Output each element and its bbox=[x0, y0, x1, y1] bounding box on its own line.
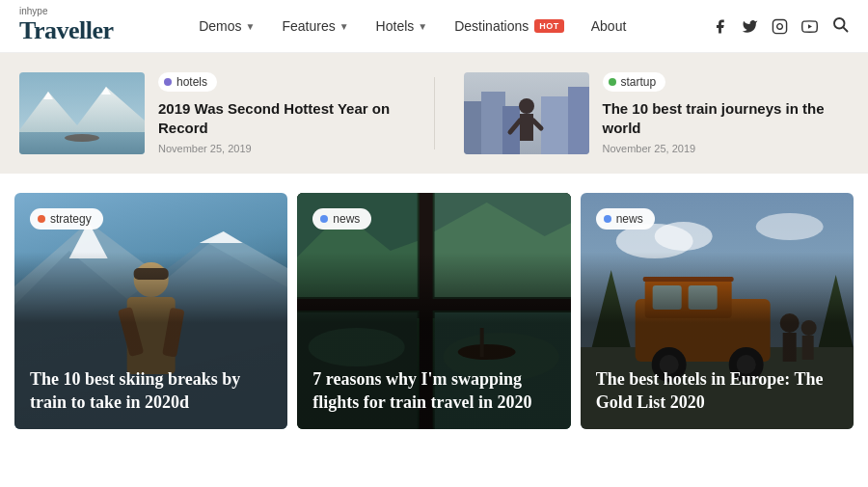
main-nav: Demos ▼ Features ▼ Hotels ▼ Destinations… bbox=[199, 18, 626, 34]
card-skiing[interactable]: strategy The 10 best skiing breaks by tr… bbox=[14, 193, 287, 429]
svg-rect-12 bbox=[464, 101, 483, 154]
nav-demos[interactable]: Demos ▼ bbox=[199, 18, 255, 34]
nav-hotels[interactable]: Hotels ▼ bbox=[376, 18, 428, 34]
nav-destinations[interactable]: Destinations HOT bbox=[454, 18, 564, 34]
instagram-icon[interactable] bbox=[772, 18, 788, 35]
featured-strip: hotels 2019 Was Second Hottest Year on R… bbox=[0, 53, 868, 174]
tag-dot bbox=[609, 78, 616, 86]
svg-rect-15 bbox=[541, 96, 570, 154]
featured-date-1: November 25, 2019 bbox=[158, 143, 405, 154]
facebook-icon[interactable] bbox=[712, 18, 728, 35]
card-content-train: 7 reasons why I'm swapping flights for t… bbox=[297, 355, 570, 429]
nav-features[interactable]: Features ▼ bbox=[282, 18, 348, 34]
svg-marker-2 bbox=[808, 24, 812, 28]
featured-content-2: startup The 10 best train journeys in th… bbox=[603, 72, 850, 154]
featured-title-2: The 10 best train journeys in the world bbox=[603, 99, 850, 137]
svg-rect-16 bbox=[568, 87, 589, 154]
site-header: inhype Traveller Demos ▼ Features ▼ Hote… bbox=[0, 0, 868, 53]
card-tag-news-1[interactable]: news bbox=[312, 208, 371, 230]
card-hotels[interactable]: news The best hotels in Europe: The Gold… bbox=[581, 193, 854, 429]
cards-grid: strategy The 10 best skiing breaks by tr… bbox=[0, 174, 868, 429]
featured-item-1[interactable]: hotels 2019 Was Second Hottest Year on R… bbox=[19, 72, 405, 154]
logo-traveller: Traveller bbox=[19, 16, 114, 45]
card-content-skiing: The 10 best skiing breaks by train to ta… bbox=[14, 355, 287, 429]
featured-divider bbox=[434, 77, 435, 149]
nav-about[interactable]: About bbox=[591, 18, 627, 34]
card-train[interactable]: news 7 reasons why I'm swapping flights … bbox=[297, 193, 570, 429]
tag-dot bbox=[320, 215, 328, 223]
social-icons bbox=[712, 15, 849, 38]
tag-dot bbox=[38, 215, 45, 223]
logo[interactable]: inhype Traveller bbox=[19, 7, 114, 45]
hot-badge: HOT bbox=[534, 19, 564, 33]
tag-dot bbox=[164, 78, 172, 86]
card-title-skiing: The 10 best skiing breaks by train to ta… bbox=[30, 368, 272, 414]
chevron-down-icon: ▼ bbox=[246, 21, 256, 32]
featured-thumb-1 bbox=[19, 72, 145, 154]
card-tag-strategy[interactable]: strategy bbox=[30, 208, 103, 230]
featured-content-1: hotels 2019 Was Second Hottest Year on R… bbox=[158, 72, 405, 154]
tag-hotels[interactable]: hotels bbox=[158, 72, 217, 92]
card-content-hotels: The best hotels in Europe: The Gold List… bbox=[581, 355, 854, 429]
search-button[interactable] bbox=[831, 15, 849, 38]
youtube-icon[interactable] bbox=[801, 18, 818, 35]
svg-point-10 bbox=[65, 134, 99, 142]
tag-startup[interactable]: startup bbox=[603, 72, 666, 92]
svg-line-4 bbox=[843, 27, 847, 31]
featured-item-2[interactable]: startup The 10 best train journeys in th… bbox=[464, 72, 850, 154]
card-title-train: 7 reasons why I'm swapping flights for t… bbox=[312, 368, 555, 414]
featured-thumb-2 bbox=[464, 72, 589, 154]
card-tag-news-2[interactable]: news bbox=[596, 208, 655, 230]
featured-title-1: 2019 Was Second Hottest Year on Record bbox=[158, 99, 405, 137]
svg-rect-0 bbox=[773, 19, 786, 33]
logo-inhype: inhype bbox=[19, 7, 114, 16]
svg-rect-13 bbox=[481, 92, 505, 154]
card-title-hotels: The best hotels in Europe: The Gold List… bbox=[596, 368, 838, 414]
svg-rect-18 bbox=[520, 114, 533, 141]
featured-date-2: November 25, 2019 bbox=[603, 143, 850, 154]
twitter-icon[interactable] bbox=[742, 18, 758, 35]
tag-dot bbox=[604, 215, 611, 223]
chevron-down-icon: ▼ bbox=[418, 21, 427, 32]
svg-point-17 bbox=[519, 98, 534, 114]
chevron-down-icon: ▼ bbox=[339, 21, 349, 32]
